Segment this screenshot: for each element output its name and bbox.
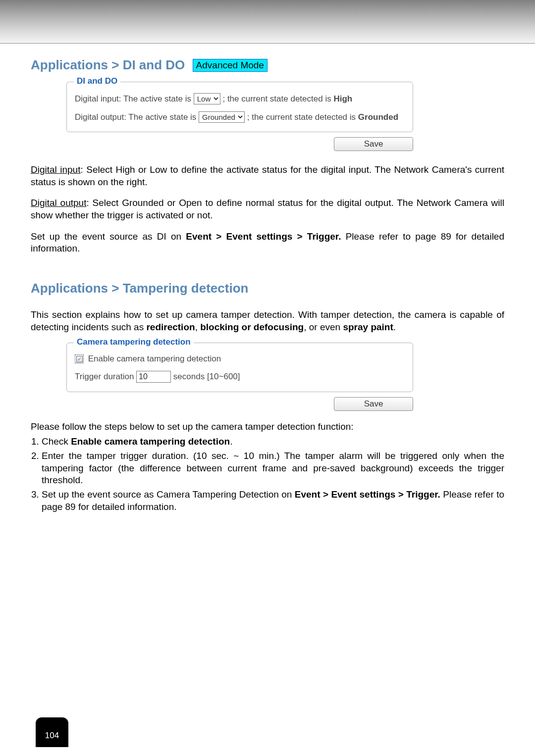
step1-bold: Enable camera tampering detection [71,436,230,447]
section-tampering: Applications > Tampering detection This … [31,281,504,513]
header-band [0,0,535,44]
trigger-duration-row: Trigger duration seconds [10~600] [75,371,405,383]
save-button-tampering[interactable]: Save [334,397,413,411]
tampering-intro: This section explains how to set up came… [31,309,504,333]
di-do-legend: DI and DO [74,76,120,86]
step1-post: . [230,436,232,447]
digital-output-select[interactable]: Grounded [199,111,245,123]
section-title-tampering: Applications > Tampering detection [31,281,248,296]
steps-list: Check Enable camera tampering detection.… [31,436,504,513]
step-2: Enter the tamper trigger duration. (10 s… [42,450,504,487]
digital-input-row: Digital input: The active state is Low ;… [75,93,405,104]
intro-end: . [393,322,396,332]
di-label-before: Digital input: The active state is [75,94,194,103]
enable-tampering-checkbox[interactable]: ✓ [75,354,84,363]
enable-tampering-label: Enable camera tampering detection [88,354,221,363]
digital-output-desc: : Select Grounded or Open to define norm… [31,198,504,220]
di-do-body-text: Digital input: Select High or Low to def… [31,164,504,255]
step-1: Check Enable camera tampering detection. [42,436,504,448]
do-state: Grounded [358,112,398,122]
tampering-steps-wrap: Please follow the steps below to set up … [31,421,504,513]
page-number-tab: 104 [36,717,68,747]
follow-text: Please follow the steps below to set up … [31,421,504,433]
trigger-duration-label: Trigger duration [75,372,136,381]
section-di-do: Applications > DI and DO Advanced Mode D… [31,57,504,255]
di-event-bold: Event > Event settings > Trigger. [186,231,341,242]
di-label-mid: ; the current state detected is [222,94,333,103]
step1-pre: Check [42,436,71,447]
check-icon: ✓ [76,356,83,362]
step3-pre: Set up the event source as Camera Tamper… [42,489,295,500]
di-do-fieldset: DI and DO Digital input: The active stat… [66,82,413,132]
step3-bold: Event > Event settings > Trigger. [295,489,440,500]
page-number: 104 [45,731,59,741]
intro-bold3: spray paint [343,322,393,332]
section-title-di-do: Applications > DI and DO [31,57,185,73]
digital-output-heading: Digital output [31,198,86,208]
tampering-fieldset: Camera tampering detection ✓ Enable came… [66,343,413,392]
advanced-mode-badge: Advanced Mode [193,59,268,72]
step-3: Set up the event source as Camera Tamper… [42,489,504,513]
intro-post: , or even [304,322,343,332]
digital-input-desc: : Select High or Low to define the activ… [31,164,504,187]
tampering-legend: Camera tampering detection [74,337,194,347]
digital-input-select[interactable]: Low [194,93,220,104]
enable-tampering-row: ✓ Enable camera tampering detection [75,354,405,364]
do-label-mid: ; the current state detected is [247,112,358,122]
di-state: High [333,94,352,103]
digital-output-row: Digital output: The active state is Grou… [75,111,405,123]
digital-input-heading: Digital input [31,164,80,175]
trigger-duration-suffix: seconds [10~600] [173,372,240,381]
di-event-pre: Set up the event source as DI on [31,231,186,242]
do-label-before: Digital output: The active state is [75,112,199,122]
save-button-di-do[interactable]: Save [334,137,413,151]
intro-bold1: redirection [146,322,195,332]
intro-bold2: blocking or defocusing [200,322,304,332]
intro-mid: , [195,322,201,332]
trigger-duration-input[interactable] [136,371,171,383]
